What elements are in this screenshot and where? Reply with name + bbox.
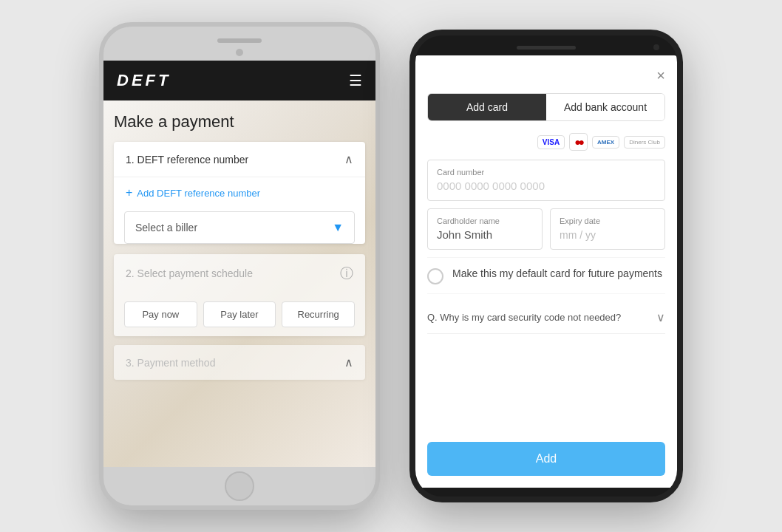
default-card-text: Make this my default card for future pay… [452,267,662,282]
card-number-label: Card number [437,168,656,177]
recurring-button[interactable]: Recurring [282,301,355,327]
amex-logo: AMEX [592,136,619,149]
phone-top-chrome [103,27,375,49]
two-col-row: Cardholder name John Smith Expiry date m… [427,208,665,250]
plus-icon: + [126,186,132,200]
biller-select-text: Select a biller [135,222,197,233]
biller-select[interactable]: Select a biller ▼ [124,211,355,244]
add-ref-row[interactable]: + Add DEFT reference number [114,177,365,208]
cardholder-label: Cardholder name [437,216,533,225]
pay-now-button[interactable]: Pay now [124,301,197,327]
pay-buttons-row: Pay now Pay later Recurring [114,293,365,336]
expiry-date-field[interactable]: Expiry date mm / yy [550,208,665,250]
section3-header: 3. Payment method ∧ [114,345,365,380]
add-ref-link: Add DEFT reference number [137,188,260,199]
home-button[interactable] [225,471,254,501]
diners-logo: Diners Club [624,136,665,149]
close-button[interactable]: × [656,67,665,84]
card-number-field[interactable]: Card number 0000 0000 0000 0000 [427,160,665,201]
section2-card: 2. Select payment schedule ⓘ Pay now Pay… [114,254,365,336]
dark-camera-dot [653,44,659,50]
section1-title: 1. DEFT reference number [126,154,248,166]
dark-speaker [517,46,576,50]
right-screen: × Add card Add bank account VISA ●● AMEX… [415,55,677,488]
tab-add-bank[interactable]: Add bank account [546,94,664,120]
section2-title: 2. Select payment schedule [126,267,253,279]
tab-add-card[interactable]: Add card [428,94,546,120]
left-phone: DEFT ☰ Make a payment 1. DEFT reference … [99,22,380,510]
add-button[interactable]: Add [427,442,665,476]
expiry-label: Expiry date [560,216,656,225]
card-logos: VISA ●● AMEX Diners Club [427,133,665,151]
page-title: Make a payment [114,112,365,132]
section3-chevron-up[interactable]: ∧ [344,355,353,369]
dropdown-arrow-icon: ▼ [332,221,344,234]
section1-card: 1. DEFT reference number ∧ + Add DEFT re… [114,142,365,244]
modal-content: × Add card Add bank account VISA ●● AMEX… [415,55,677,488]
faq-chevron-icon: ∨ [656,310,665,324]
card-number-value: 0000 0000 0000 0000 [437,180,545,192]
right-phone-top-chrome [415,35,677,55]
default-card-row: Make this my default card for future pay… [427,257,665,294]
faq-row[interactable]: Q. Why is my card security code not need… [427,301,665,334]
right-phone-bottom-chrome [415,488,677,497]
section1-header: 1. DEFT reference number ∧ [114,142,365,177]
cardholder-value: John Smith [437,228,492,241]
tab-row: Add card Add bank account [427,93,665,121]
right-phone: × Add card Add bank account VISA ●● AMEX… [409,30,683,502]
pay-later-button[interactable]: Pay later [203,301,276,327]
visa-logo: VISA [537,135,565,149]
hamburger-menu[interactable]: ☰ [349,73,362,88]
camera [236,49,243,56]
faq-text: Q. Why is my card security code not need… [427,312,621,323]
screen-body: Make a payment 1. DEFT reference number … [103,100,375,467]
cardholder-name-field[interactable]: Cardholder name John Smith [427,208,543,250]
deft-logo: DEFT [117,71,171,90]
section3-card: 3. Payment method ∧ [114,345,365,380]
speaker [217,38,262,43]
left-screen: DEFT ☰ Make a payment 1. DEFT reference … [103,61,375,467]
info-icon[interactable]: ⓘ [340,265,353,282]
payment-content: Make a payment 1. DEFT reference number … [103,100,375,392]
expiry-value: mm / yy [560,229,596,241]
section3-title: 3. Payment method [126,357,215,369]
section1-chevron-up[interactable]: ∧ [344,152,353,166]
section2-header: 2. Select payment schedule ⓘ [114,254,365,293]
default-card-radio[interactable] [427,268,443,284]
close-row: × [427,67,665,84]
deft-header: DEFT ☰ [103,61,375,100]
mastercard-logo: ●● [569,133,588,151]
